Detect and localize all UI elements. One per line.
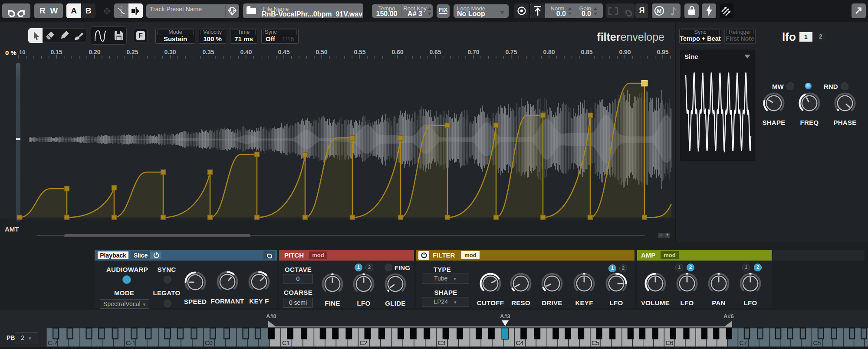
svg-text:C0: C0 [205, 339, 213, 346]
svg-text:C6: C6 [665, 339, 673, 346]
svg-text:C2: C2 [359, 339, 367, 346]
svg-text:C8: C8 [813, 339, 821, 346]
svg-text:C1: C1 [282, 339, 290, 346]
svg-text:C-1: C-1 [126, 339, 136, 346]
svg-text:C-2: C-2 [48, 339, 58, 346]
svg-text:C4: C4 [516, 339, 524, 346]
svg-text:C5: C5 [592, 339, 599, 346]
svg-text:C7: C7 [740, 339, 747, 346]
svg-text:C3: C3 [438, 339, 446, 346]
